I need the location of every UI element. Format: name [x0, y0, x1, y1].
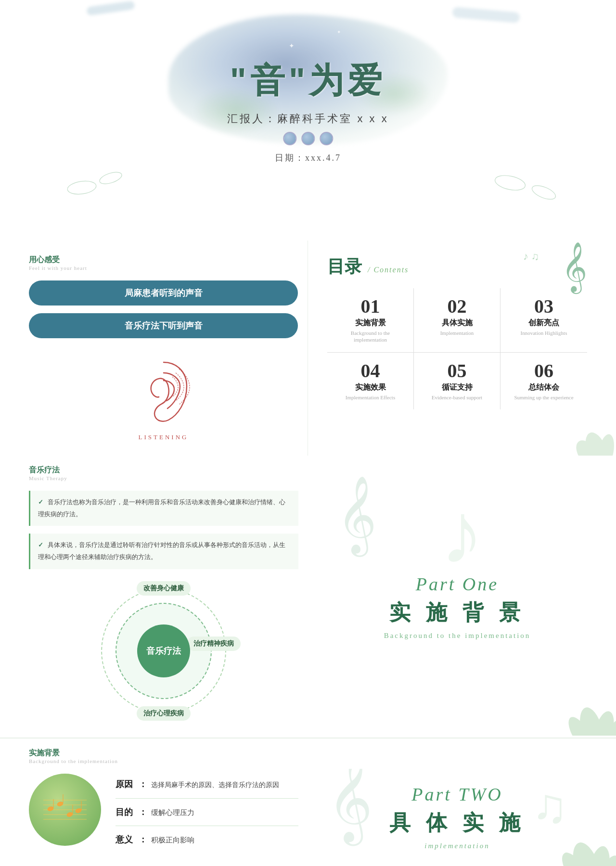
reason-text: 选择局麻手术的原因、选择音乐疗法的原因 — [151, 780, 279, 790]
dot-1 — [283, 132, 296, 145]
svg-point-23 — [585, 72, 609, 101]
listen-btn-group: 局麻患者听到的声音 音乐疗法下听到声音 — [29, 280, 298, 338]
toc-en-6: Summing up the experience — [505, 394, 582, 401]
svg-point-20 — [476, 145, 505, 163]
toc-item-6[interactable]: 06 总结体会 Summing up the experience — [500, 352, 587, 409]
svg-line-5 — [55, 97, 60, 115]
svg-point-2 — [82, 38, 120, 76]
reporter-label: 汇报人：麻醉科手术室 x x x — [227, 112, 388, 126]
toc-item-5[interactable]: 05 循证支持 Evidence-based support — [414, 352, 500, 409]
toc-num-5: 05 — [419, 361, 495, 381]
section-music-tag: 音乐疗法 Music Therapy — [0, 456, 616, 486]
reason-label: 原因 — [116, 778, 135, 790]
toc-en-4: Implementation Effects — [332, 394, 409, 401]
section-tag-feel: 用心感受 — [29, 255, 298, 265]
part-two-content: Part TWO 具 体 实 施 implementation — [389, 784, 526, 850]
toc-cn-6: 总结体会 — [505, 382, 582, 393]
music-text-1: ✓ 音乐疗法也称为音乐治疗，是一种利用音乐和音乐活动来改善身心健康和治疗情绪、心… — [29, 491, 298, 526]
ear-illustration — [130, 353, 197, 430]
toc-en-3: Innovation Highlights — [505, 330, 582, 336]
svg-line-7 — [84, 122, 90, 138]
bg-tag-en: Background to the implementation — [29, 758, 587, 764]
toc-num-3: 03 — [505, 297, 582, 316]
svg-point-11 — [96, 152, 115, 166]
part-two-en: implementation — [389, 842, 526, 850]
dot-2 — [301, 132, 315, 145]
section-bg-tag: 实施背景 Background to the implementation — [0, 739, 616, 764]
bg-tag-cn: 实施背景 — [29, 748, 587, 758]
score-circle — [29, 774, 101, 846]
dots-decoration — [227, 132, 388, 145]
svg-point-0 — [53, 57, 101, 97]
plant-deco-part2 — [520, 820, 616, 866]
main-title: "音"为爱 — [227, 58, 388, 104]
plant-deco-part1 — [544, 688, 616, 738]
svg-point-51 — [75, 808, 82, 814]
part-one-cn: 实 施 背 景 — [384, 599, 531, 627]
part-two-cn: 具 体 实 施 — [389, 809, 526, 837]
circle-center-label: 音乐疗法 — [137, 624, 190, 677]
svg-point-21 — [519, 155, 540, 171]
svg-line-3 — [95, 51, 107, 64]
toc-title: 目录 — [327, 255, 362, 279]
svg-point-16 — [487, 112, 524, 138]
dot-3 — [320, 132, 333, 145]
toc-item-1[interactable]: 01 实施背景 Background to theimplementation — [327, 288, 414, 352]
bg-row-meaning: 意义 ： 积极正向影响 — [116, 834, 298, 845]
svg-point-22 — [560, 22, 595, 55]
toc-grid: 01 实施背景 Background to theimplementation … — [327, 288, 587, 409]
meaning-text: 积极正向影响 — [151, 836, 194, 845]
toc-cn-3: 创新亮点 — [505, 318, 582, 328]
svg-line-13 — [514, 53, 525, 72]
bg-row-reason: 原因 ： 选择局麻手术的原因、选择音乐疗法的原因 — [116, 778, 298, 799]
section-en-feel: Feel it with your heart — [29, 265, 298, 271]
svg-point-24 — [66, 179, 97, 196]
section-cn-feel: 用心感受 — [29, 255, 60, 265]
toc-cn-5: 循证支持 — [419, 382, 495, 393]
svg-point-14 — [519, 76, 559, 116]
circle-label-right: 治疗精神疾病 — [187, 637, 241, 651]
toc-en-2: Implementation — [419, 330, 495, 336]
svg-point-26 — [494, 173, 526, 193]
svg-point-27 — [530, 183, 557, 202]
btn-local-anesthesia[interactable]: 局麻患者听到的声音 — [29, 280, 298, 306]
toc-item-2[interactable]: 02 具体实施 Implementation — [414, 288, 500, 352]
toc-cn-4: 实施效果 — [332, 382, 409, 393]
circle-label-top: 改善身心健康 — [137, 581, 191, 596]
date-label: 日期：xxx.4.7 — [227, 152, 388, 164]
treble-clef-part2: 𝄞 — [327, 769, 373, 836]
toc-title-en: / Contents — [368, 266, 409, 274]
toc-num-1: 01 — [332, 297, 409, 316]
part-one-label: Part One — [384, 573, 531, 595]
meaning-label: 意义 — [116, 834, 135, 845]
svg-point-10 — [61, 163, 83, 174]
svg-line-1 — [72, 68, 82, 86]
btn-music-therapy-listen[interactable]: 音乐疗法下听到声音 — [29, 313, 298, 338]
svg-point-4 — [36, 91, 79, 120]
svg-point-25 — [98, 170, 123, 186]
toc-num-2: 02 — [419, 297, 495, 316]
svg-point-47 — [57, 801, 64, 807]
bg-row-purpose: 目的 ： 缓解心理压力 — [116, 806, 298, 826]
svg-point-12 — [494, 42, 545, 83]
music-note-bg-large: ♪ — [440, 491, 484, 577]
svg-point-8 — [101, 81, 130, 112]
toc-en-5: Evidence-based support — [419, 394, 495, 401]
music-circle-diagram: 音乐疗法 改善身心健康 治疗精神疾病 治疗心理疾病 — [91, 579, 236, 723]
toc-num-4: 04 — [332, 361, 409, 381]
purpose-text: 缓解心理压力 — [151, 808, 194, 817]
part-one-en: Background to the implementation — [384, 632, 531, 640]
part-one-content: Part One 实 施 背 景 Background to the imple… — [384, 573, 531, 640]
purpose-label: 目的 — [116, 806, 135, 818]
svg-line-15 — [533, 90, 545, 102]
toc-item-4[interactable]: 04 实施效果 Implementation Effects — [327, 352, 414, 409]
svg-line-17 — [503, 118, 508, 132]
svg-point-6 — [68, 116, 105, 143]
toc-item-3[interactable]: 03 创新亮点 Innovation Highlights — [500, 288, 587, 352]
toc-num-6: 06 — [505, 361, 582, 381]
music-tag-cn: 音乐疗法 — [29, 465, 587, 475]
toc-cn-1: 实施背景 — [332, 318, 409, 328]
svg-point-45 — [47, 806, 54, 812]
treble-clef-large: 𝄞 — [337, 481, 377, 548]
svg-point-49 — [66, 812, 73, 817]
